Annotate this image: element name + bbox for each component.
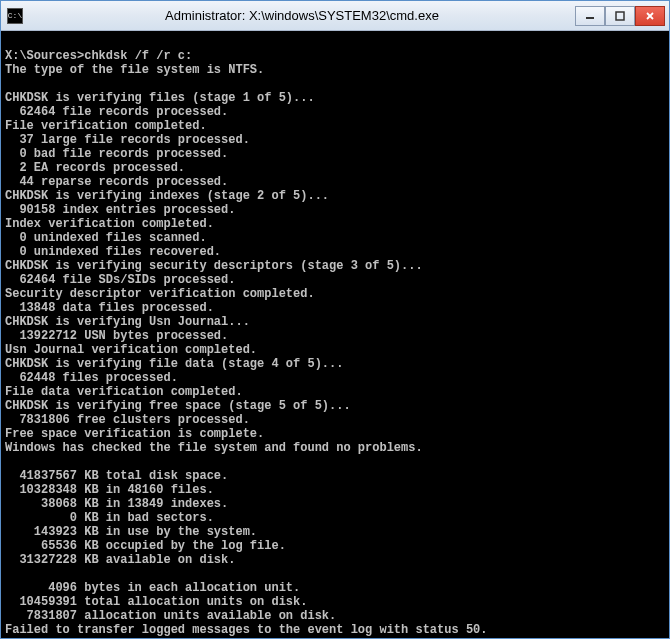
out-line: 143923 KB in use by the system. bbox=[5, 525, 257, 539]
out-line: 41837567 KB total disk space. bbox=[5, 469, 228, 483]
out-line: 38068 KB in 13849 indexes. bbox=[5, 497, 228, 511]
out-line: File verification completed. bbox=[5, 119, 207, 133]
out-line: CHKDSK is verifying files (stage 1 of 5)… bbox=[5, 91, 315, 105]
out-line: 13848 data files processed. bbox=[5, 301, 214, 315]
out-line: 62448 files processed. bbox=[5, 371, 178, 385]
out-line: The type of the file system is NTFS. bbox=[5, 63, 264, 77]
terminal-output[interactable]: X:\Sources>chkdsk /f /r c: The type of t… bbox=[1, 31, 669, 638]
out-line: 10459391 total allocation units on disk. bbox=[5, 595, 307, 609]
out-line: 90158 index entries processed. bbox=[5, 203, 235, 217]
out-line: 7831807 allocation units available on di… bbox=[5, 609, 336, 623]
prompt-text: X:\Sources> bbox=[5, 49, 84, 63]
out-line: CHKDSK is verifying Usn Journal... bbox=[5, 315, 250, 329]
out-line: 0 unindexed files recovered. bbox=[5, 245, 221, 259]
out-line: File data verification completed. bbox=[5, 385, 243, 399]
out-line: Index verification completed. bbox=[5, 217, 214, 231]
maximize-button[interactable] bbox=[605, 6, 635, 26]
cmd-icon: C:\ bbox=[7, 8, 23, 24]
out-line: 62464 file SDs/SIDs processed. bbox=[5, 273, 235, 287]
out-line: Security descriptor verification complet… bbox=[5, 287, 315, 301]
out-line: CHKDSK is verifying file data (stage 4 o… bbox=[5, 357, 343, 371]
out-line: CHKDSK is verifying free space (stage 5 … bbox=[5, 399, 351, 413]
svg-rect-1 bbox=[616, 12, 624, 20]
command-text: chkdsk /f /r c: bbox=[84, 49, 192, 63]
window-title: Administrator: X:\windows\SYSTEM32\cmd.e… bbox=[29, 8, 575, 23]
out-line: CHKDSK is verifying indexes (stage 2 of … bbox=[5, 189, 329, 203]
out-line: CHKDSK is verifying security descriptors… bbox=[5, 259, 423, 273]
titlebar[interactable]: C:\ Administrator: X:\windows\SYSTEM32\c… bbox=[1, 1, 669, 31]
window-controls bbox=[575, 6, 665, 26]
out-line: 0 unindexed files scanned. bbox=[5, 231, 207, 245]
cmd-window: C:\ Administrator: X:\windows\SYSTEM32\c… bbox=[0, 0, 670, 639]
out-line: 31327228 KB available on disk. bbox=[5, 553, 235, 567]
out-line: 0 KB in bad sectors. bbox=[5, 511, 214, 525]
out-line: 7831806 free clusters processed. bbox=[5, 413, 250, 427]
out-line: Free space verification is complete. bbox=[5, 427, 264, 441]
out-line: 44 reparse records processed. bbox=[5, 175, 228, 189]
out-line: 62464 file records processed. bbox=[5, 105, 228, 119]
out-line: 65536 KB occupied by the log file. bbox=[5, 539, 286, 553]
out-line: Usn Journal verification completed. bbox=[5, 343, 257, 357]
out-line: 13922712 USN bytes processed. bbox=[5, 329, 228, 343]
out-line: 10328348 KB in 48160 files. bbox=[5, 483, 214, 497]
out-line: Windows has checked the file system and … bbox=[5, 441, 423, 455]
minimize-button[interactable] bbox=[575, 6, 605, 26]
out-line: 2 EA records processed. bbox=[5, 161, 185, 175]
close-button[interactable] bbox=[635, 6, 665, 26]
out-line: 4096 bytes in each allocation unit. bbox=[5, 581, 300, 595]
out-line: 37 large file records processed. bbox=[5, 133, 250, 147]
out-line: Failed to transfer logged messages to th… bbox=[5, 623, 487, 637]
out-line: 0 bad file records processed. bbox=[5, 147, 228, 161]
